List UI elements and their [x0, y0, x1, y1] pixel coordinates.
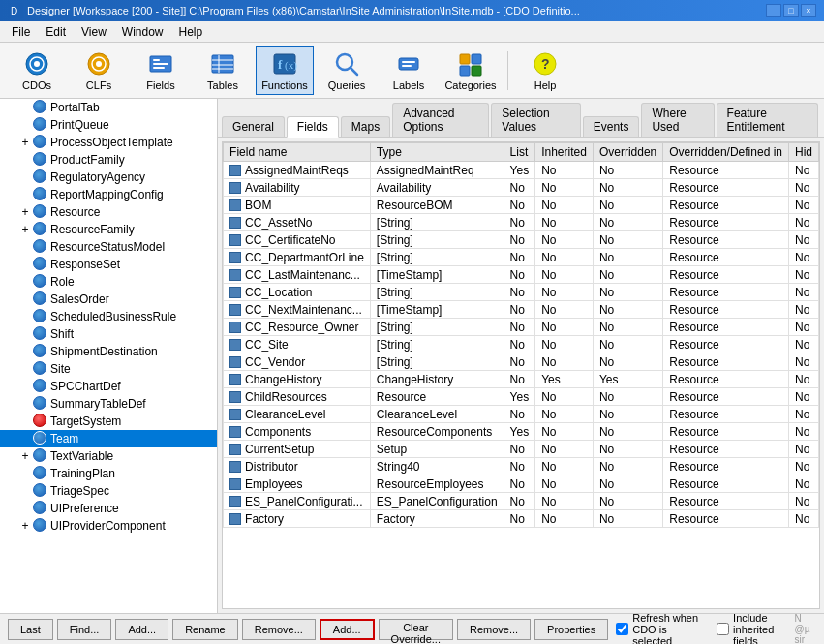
- menu-view[interactable]: View: [74, 23, 114, 41]
- table-row[interactable]: CC_AssetNo[String]NoNoNoResourceNo: [224, 214, 819, 231]
- field-row-icon: [229, 165, 241, 176]
- tree-item-scheduledbusinessrule[interactable]: ScheduledBusinessRule: [0, 308, 217, 325]
- table-row[interactable]: CC_Resource_Owner[String]NoNoNoResourceN…: [224, 319, 819, 336]
- col-fieldname[interactable]: Field name: [224, 143, 371, 162]
- find-button[interactable]: Find...: [57, 619, 112, 640]
- tree-item-regulatoryagency[interactable]: RegulatoryAgency: [0, 169, 217, 186]
- add-right-button[interactable]: Add...: [320, 619, 375, 640]
- toolbar-fields-label: Fields: [146, 79, 174, 91]
- tree-item-spcchartdef[interactable]: SPCChartDef: [0, 378, 217, 395]
- table-row[interactable]: ChildResourcesResourceYesNoNoResourceNo: [224, 388, 819, 406]
- label-uipreference: UIPreference: [50, 502, 119, 515]
- properties-button[interactable]: Properties: [534, 619, 608, 640]
- tab-maps[interactable]: Maps: [341, 116, 390, 137]
- tree-item-processobjecttemplate[interactable]: + ProcessObjectTemplate: [0, 134, 217, 151]
- last-button[interactable]: Last: [8, 619, 53, 640]
- refresh-checkbox[interactable]: [616, 623, 628, 635]
- table-row[interactable]: ClearanceLevelClearanceLevelNoNoNoResour…: [224, 406, 819, 423]
- close-button[interactable]: ×: [801, 4, 816, 17]
- table-row[interactable]: BOMResourceBOMNoNoNoResourceNo: [224, 197, 819, 214]
- tree-item-shift[interactable]: Shift: [0, 325, 217, 343]
- remove-left-button[interactable]: Remove...: [242, 619, 316, 640]
- table-row[interactable]: CC_LastMaintenanc...[TimeStamp]NoNoNoRes…: [224, 266, 819, 284]
- table-row[interactable]: CC_Site[String]NoNoNoResourceNo: [224, 336, 819, 353]
- title-bar-controls[interactable]: _ □ ×: [766, 4, 816, 17]
- menu-window[interactable]: Window: [114, 23, 171, 41]
- table-row[interactable]: AvailabilityAvailabilityNoNoNoResourceNo: [224, 179, 819, 197]
- table-row[interactable]: EmployeesResourceEmployeesNoNoNoResource…: [224, 475, 819, 493]
- tree-item-team[interactable]: Team: [0, 430, 217, 447]
- maximize-button[interactable]: □: [783, 4, 799, 17]
- tab-general[interactable]: General: [222, 116, 285, 137]
- table-row[interactable]: FactoryFactoryNoNoNoResourceNo: [224, 510, 819, 528]
- col-overridden-defined-in[interactable]: Overridden/Defined in: [663, 143, 789, 162]
- tree-item-site[interactable]: Site: [0, 360, 217, 378]
- tree-item-textvariable[interactable]: + TextVariable: [0, 447, 217, 465]
- label-uiprovidercomponent: UIProviderComponent: [50, 519, 166, 533]
- tree-item-reportmappingconfig[interactable]: ReportMappingConfig: [0, 186, 217, 203]
- table-row[interactable]: CurrentSetupSetupNoNoNoResourceNo: [224, 441, 819, 458]
- menu-file[interactable]: File: [4, 23, 38, 41]
- tree-item-productfamily[interactable]: ProductFamily: [0, 151, 217, 169]
- tree-item-salesorder[interactable]: SalesOrder: [0, 291, 217, 308]
- table-row[interactable]: CC_NextMaintenanc...[TimeStamp]NoNoNoRes…: [224, 301, 819, 319]
- tree-item-resource[interactable]: + Resource: [0, 203, 217, 221]
- table-row[interactable]: ComponentsResourceComponentsYesNoNoResou…: [224, 423, 819, 441]
- table-row[interactable]: AssignedMaintReqsAssignedMaintReqYesNoNo…: [224, 162, 819, 179]
- col-type[interactable]: Type: [370, 143, 504, 162]
- tree-item-uipreference[interactable]: UIPreference: [0, 500, 217, 517]
- menu-help[interactable]: Help: [171, 23, 211, 41]
- minimize-button[interactable]: _: [766, 4, 781, 17]
- col-hid[interactable]: Hid: [788, 143, 818, 162]
- tree-item-role[interactable]: Role: [0, 273, 217, 291]
- tree-item-responseset[interactable]: ResponseSet: [0, 256, 217, 273]
- clear-override-button[interactable]: Clear Override...: [379, 619, 453, 640]
- rename-button[interactable]: Rename: [172, 619, 238, 640]
- table-row[interactable]: CC_Location[String]NoNoNoResourceNo: [224, 284, 819, 301]
- tab-selection-values[interactable]: Selection Values: [491, 103, 580, 137]
- add-left-button[interactable]: Add...: [115, 619, 168, 640]
- toolbar-help[interactable]: ? Help: [516, 46, 574, 95]
- menu-edit[interactable]: Edit: [38, 23, 74, 41]
- toolbar-cdos[interactable]: CDOs: [8, 46, 66, 95]
- table-row[interactable]: CC_Vendor[String]NoNoNoResourceNo: [224, 353, 819, 371]
- table-row[interactable]: ES_PanelConfigurati...ES_PanelConfigurat…: [224, 493, 819, 510]
- fields-table-container[interactable]: Field name Type List Inherited Overridde…: [222, 141, 820, 609]
- tree-item-resourcestatusmodel[interactable]: ResourceStatusModel: [0, 238, 217, 256]
- table-row[interactable]: DistributorString40NoNoNoResourceNo: [224, 458, 819, 475]
- toolbar-tables[interactable]: Tables: [194, 46, 252, 95]
- tab-feature-entitlement[interactable]: Feature Entitlement: [717, 103, 818, 137]
- field-row-icon: [229, 409, 241, 420]
- tab-fields[interactable]: Fields: [287, 116, 339, 138]
- toolbar-labels[interactable]: Labels: [380, 46, 438, 95]
- tab-events[interactable]: Events: [583, 116, 640, 137]
- tree-item-shipmentdestination[interactable]: ShipmentDestination: [0, 343, 217, 360]
- tree-item-triagespec[interactable]: TriageSpec: [0, 482, 217, 500]
- toolbar-queries[interactable]: Queries: [318, 46, 376, 95]
- table-row[interactable]: CC_DepartmantOrLine[String]NoNoNoResourc…: [224, 249, 819, 266]
- toolbar-clfs-label: CLFs: [86, 79, 111, 91]
- field-row-icon: [229, 269, 241, 281]
- tree-item-trainingplan[interactable]: TrainingPlan: [0, 465, 217, 482]
- label-resourcefamily: ResourceFamily: [50, 223, 135, 236]
- tree-item-summarytabledef[interactable]: SummaryTableDef: [0, 395, 217, 413]
- table-row[interactable]: CC_CertificateNo[String]NoNoNoResourceNo: [224, 231, 819, 249]
- tree-item-targetsystem[interactable]: TargetSystem: [0, 413, 217, 430]
- toolbar-fields[interactable]: Fields: [132, 46, 190, 95]
- tab-advanced-options[interactable]: Advanced Options: [392, 103, 489, 137]
- tree-item-uiprovidercomponent[interactable]: + UIProviderComponent: [0, 517, 217, 535]
- toolbar-functions[interactable]: f (x) Functions: [256, 46, 314, 95]
- toolbar-categories[interactable]: Categories: [442, 46, 500, 95]
- inherited-checkbox[interactable]: [717, 623, 729, 635]
- tab-where-used[interactable]: Where Used: [641, 103, 714, 137]
- toolbar-clfs[interactable]: CLFs: [70, 46, 128, 95]
- tree-item-portaltab[interactable]: PortalTab: [0, 99, 217, 116]
- table-row[interactable]: ChangeHistoryChangeHistoryNoYesYesResour…: [224, 371, 819, 388]
- col-inherited[interactable]: Inherited: [535, 143, 594, 162]
- remove-right-button[interactable]: Remove...: [457, 619, 531, 640]
- col-list[interactable]: List: [504, 143, 535, 162]
- tree-item-resourcefamily[interactable]: + ResourceFamily: [0, 221, 217, 238]
- col-overridden[interactable]: Overridden: [593, 143, 662, 162]
- fields-icon: [147, 50, 174, 77]
- tree-item-printqueue[interactable]: PrintQueue: [0, 116, 217, 134]
